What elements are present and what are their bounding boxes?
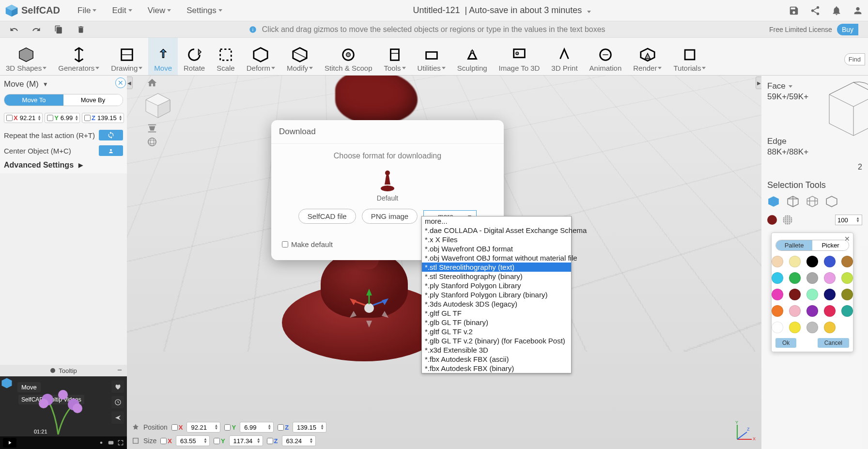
color-swatch[interactable] xyxy=(806,289,818,300)
color-swatch[interactable] xyxy=(772,322,783,333)
grid-select-icon[interactable] xyxy=(806,195,819,208)
format-option[interactable]: *.stl Stereolithography (binary) xyxy=(422,272,571,281)
tool-render[interactable]: Render xyxy=(627,38,667,75)
palette-ok-button[interactable]: Ok xyxy=(775,338,796,348)
color-swatch[interactable] xyxy=(789,322,801,333)
tool-sculpting[interactable]: Sculpting xyxy=(451,38,493,75)
tool-modify[interactable]: Modify xyxy=(281,38,319,75)
menu-file[interactable]: File xyxy=(70,6,104,15)
format-option[interactable]: *.3ds Autodesk 3DS (legacy) xyxy=(422,299,571,309)
view-cube[interactable] xyxy=(143,91,172,120)
menu-view[interactable]: View xyxy=(140,6,179,15)
cube-select-icon[interactable] xyxy=(767,195,780,208)
globe-icon[interactable] xyxy=(147,137,157,147)
move-to-tab[interactable]: Move To xyxy=(4,94,63,106)
tool-deform[interactable]: Deform xyxy=(241,38,281,75)
pos-y[interactable]: 6.99▲▼ xyxy=(240,422,274,433)
tool-tutorials[interactable]: Tutorials xyxy=(667,38,712,75)
color-swatch[interactable] xyxy=(841,305,853,317)
format-option[interactable]: *.glb GL TF (binary) xyxy=(422,318,571,327)
format-dropdown[interactable]: more...*.dae COLLADA - Digital Asset Exc… xyxy=(421,216,572,373)
perspective-icon[interactable] xyxy=(147,123,157,134)
color-swatch[interactable] xyxy=(841,272,853,284)
tooltip-video[interactable]: Move SelfCAD Tooltip Videos 01:21 xyxy=(0,376,127,449)
color-swatch[interactable] xyxy=(772,272,783,284)
tool-tools[interactable]: Tools xyxy=(378,38,411,75)
format-option[interactable]: more... xyxy=(422,217,571,226)
format-option[interactable]: *.gltf GL TF xyxy=(422,309,571,318)
tool-animation[interactable]: Animation xyxy=(584,38,628,75)
home-view-icon[interactable] xyxy=(147,77,157,88)
size-x[interactable]: 63.55▲▼ xyxy=(176,435,210,446)
share-video-icon[interactable] xyxy=(111,411,124,424)
selfcad-file-button[interactable]: SelfCAD file xyxy=(298,209,356,224)
palette-tab-picker[interactable]: Picker xyxy=(812,240,849,250)
color-swatch[interactable] xyxy=(806,322,818,333)
undo-icon[interactable] xyxy=(10,25,18,34)
color-swatch[interactable] xyxy=(772,256,783,267)
fullscreen-icon[interactable] xyxy=(117,439,124,446)
color-swatch[interactable] xyxy=(789,305,801,317)
format-option[interactable]: *.x X Files xyxy=(422,235,571,244)
youtube-icon[interactable] xyxy=(108,439,114,446)
color-swatch[interactable] xyxy=(806,256,818,267)
tool-3d-print[interactable]: 3D Print xyxy=(545,38,583,75)
make-default-checkbox[interactable]: Make default xyxy=(282,240,333,248)
z-field[interactable]: Z139.15▲▼ xyxy=(82,113,124,123)
color-swatch[interactable] xyxy=(789,289,801,300)
tool-rotate[interactable]: Rotate xyxy=(178,38,211,75)
color-swatch[interactable] xyxy=(824,305,836,317)
watch-later-icon[interactable] xyxy=(111,396,124,408)
color-swatch[interactable] xyxy=(824,272,836,284)
share-icon[interactable] xyxy=(810,5,821,16)
outline-select-icon[interactable] xyxy=(825,195,838,208)
save-icon[interactable] xyxy=(789,5,799,16)
repeat-button[interactable] xyxy=(99,130,123,140)
material-color-swatch[interactable] xyxy=(767,215,777,225)
delete-icon[interactable] xyxy=(77,25,85,34)
format-option[interactable]: *.gltf GL TF v.2 xyxy=(422,327,571,336)
find-button[interactable]: Find xyxy=(844,53,865,65)
format-option[interactable]: *.dae COLLADA - Digital Asset Exchange S… xyxy=(422,226,571,235)
buy-button[interactable]: Buy xyxy=(837,24,858,35)
png-image-button[interactable]: PNG image xyxy=(362,209,418,224)
color-swatch[interactable] xyxy=(789,256,801,267)
color-swatch[interactable] xyxy=(772,289,783,300)
color-swatch[interactable] xyxy=(806,305,818,317)
pos-x[interactable]: 92.21▲▼ xyxy=(186,422,220,433)
notifications-icon[interactable] xyxy=(831,5,842,16)
move-gizmo[interactable] xyxy=(340,279,398,337)
format-option[interactable]: *.obj Wavefront OBJ format without mater… xyxy=(422,253,571,263)
color-swatch[interactable] xyxy=(824,289,836,300)
pos-z[interactable]: 139.15▲▼ xyxy=(293,422,326,433)
format-option[interactable]: *.ply Stanford Polygon Library (binary) xyxy=(422,290,571,299)
minimize-icon[interactable] xyxy=(116,367,123,373)
tool-3d-shapes[interactable]: 3D Shapes xyxy=(0,38,52,75)
format-option[interactable]: *.ply Stanford Polygon Library xyxy=(422,281,571,290)
play-button[interactable] xyxy=(3,438,16,448)
size-y[interactable]: 117.34▲▼ xyxy=(229,435,263,446)
like-icon[interactable] xyxy=(111,380,124,393)
palette-cancel-button[interactable]: Cancel xyxy=(818,338,849,348)
tool-generators[interactable]: Generators xyxy=(52,38,105,75)
move-mode-toggle[interactable]: Move To Move By xyxy=(4,94,123,106)
color-swatch[interactable] xyxy=(789,272,801,284)
color-swatch[interactable] xyxy=(841,289,853,300)
tool-stitch-scoop[interactable]: Stitch & Scoop xyxy=(319,38,378,75)
material-wire-icon[interactable] xyxy=(783,215,792,225)
palette-tab-pallete[interactable]: Pallete xyxy=(776,240,812,250)
center-button[interactable] xyxy=(99,145,123,156)
tool-scale[interactable]: Scale xyxy=(211,38,241,75)
format-option[interactable]: *.obj Wavefront OBJ format xyxy=(422,244,571,253)
color-swatch[interactable] xyxy=(772,305,783,317)
format-option[interactable]: *.fbx Autodesk FBX (ascii) xyxy=(422,355,571,364)
x-field[interactable]: X92.21▲▼ xyxy=(4,113,43,123)
copy-icon[interactable] xyxy=(54,25,63,34)
format-option[interactable]: *.fbx Autodesk FBX (binary) xyxy=(422,364,571,373)
tool-drawing[interactable]: Drawing xyxy=(105,38,148,75)
tool-move[interactable]: Move xyxy=(148,38,178,75)
wire-select-icon[interactable] xyxy=(787,195,799,208)
color-swatch[interactable] xyxy=(841,256,853,267)
settings-icon[interactable] xyxy=(98,439,105,446)
format-option[interactable]: *.stl Stereolithography (text) xyxy=(422,263,571,272)
